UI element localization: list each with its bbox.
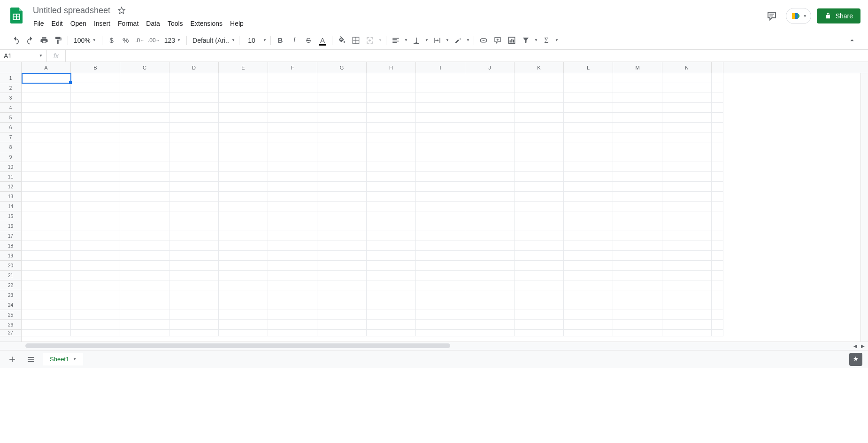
cell[interactable] xyxy=(416,271,465,280)
formula-input[interactable] xyxy=(66,50,868,62)
cell[interactable] xyxy=(71,231,120,241)
cell[interactable] xyxy=(712,192,723,202)
cell[interactable] xyxy=(662,192,712,202)
cell[interactable] xyxy=(416,73,465,83)
cell[interactable] xyxy=(662,83,712,93)
cell[interactable] xyxy=(120,123,169,132)
cell[interactable] xyxy=(564,300,613,310)
cell[interactable] xyxy=(515,231,564,241)
cell[interactable] xyxy=(416,300,465,310)
cell[interactable] xyxy=(416,192,465,202)
cell[interactable] xyxy=(515,330,564,336)
horizontal-scrollbar-thumb[interactable] xyxy=(25,343,450,348)
meet-button[interactable]: ▼ xyxy=(786,8,811,24)
cell[interactable] xyxy=(120,182,169,192)
cell[interactable] xyxy=(564,162,613,172)
cell[interactable] xyxy=(465,280,515,290)
cell[interactable] xyxy=(268,83,317,93)
cell[interactable] xyxy=(416,231,465,241)
cell[interactable] xyxy=(465,73,515,83)
cell[interactable] xyxy=(268,123,317,132)
cell[interactable] xyxy=(120,172,169,182)
cell[interactable] xyxy=(515,310,564,320)
cell[interactable] xyxy=(268,103,317,113)
cell[interactable] xyxy=(613,172,662,182)
cell[interactable] xyxy=(71,251,120,261)
cell[interactable] xyxy=(317,152,367,162)
cell[interactable] xyxy=(71,172,120,182)
cell[interactable] xyxy=(367,221,416,231)
row-header[interactable]: 13 xyxy=(0,192,21,202)
cell[interactable] xyxy=(268,310,317,320)
cell[interactable] xyxy=(219,192,268,202)
font-size-selector[interactable]: 10 xyxy=(242,35,261,46)
cell[interactable] xyxy=(662,162,712,172)
cell[interactable] xyxy=(416,221,465,231)
halign-dropdown[interactable]: ▼ xyxy=(403,34,409,47)
cell[interactable] xyxy=(465,320,515,330)
cell[interactable] xyxy=(662,271,712,280)
cell[interactable] xyxy=(169,182,219,192)
cell[interactable] xyxy=(712,300,723,310)
redo-icon[interactable] xyxy=(23,34,37,47)
cell[interactable] xyxy=(22,152,71,162)
cell[interactable] xyxy=(564,330,613,336)
cell[interactable] xyxy=(317,320,367,330)
cell[interactable] xyxy=(22,280,71,290)
cell[interactable] xyxy=(515,123,564,132)
cell[interactable] xyxy=(564,152,613,162)
share-button[interactable]: Share xyxy=(817,8,860,23)
cell[interactable] xyxy=(367,241,416,251)
menu-tools[interactable]: Tools xyxy=(164,18,186,29)
cell[interactable] xyxy=(268,172,317,182)
cell[interactable] xyxy=(465,221,515,231)
cell[interactable] xyxy=(367,261,416,271)
cell[interactable] xyxy=(169,251,219,261)
font-dropdown[interactable]: ▼ xyxy=(230,34,236,47)
cell[interactable] xyxy=(120,132,169,142)
cell[interactable] xyxy=(169,231,219,241)
cell[interactable] xyxy=(367,93,416,103)
cell[interactable] xyxy=(22,241,71,251)
row-header[interactable]: 11 xyxy=(0,172,21,182)
cell[interactable] xyxy=(367,251,416,261)
comments-icon[interactable] xyxy=(763,8,780,24)
row-header[interactable]: 27 xyxy=(0,330,21,336)
cell[interactable] xyxy=(662,290,712,300)
cell[interactable] xyxy=(120,320,169,330)
row-header[interactable]: 19 xyxy=(0,251,21,261)
cell[interactable] xyxy=(416,241,465,251)
text-rotation-button[interactable] xyxy=(451,34,464,47)
cell[interactable] xyxy=(169,261,219,271)
row-header[interactable]: 7 xyxy=(0,132,21,142)
cell[interactable] xyxy=(367,172,416,182)
cell[interactable] xyxy=(416,251,465,261)
col-header[interactable]: E xyxy=(219,62,268,73)
cell[interactable] xyxy=(22,103,71,113)
cell[interactable] xyxy=(712,211,723,221)
cell[interactable] xyxy=(613,202,662,211)
cell[interactable] xyxy=(465,300,515,310)
cell[interactable] xyxy=(613,162,662,172)
cell[interactable] xyxy=(613,123,662,132)
cell[interactable] xyxy=(169,123,219,132)
cell[interactable] xyxy=(169,132,219,142)
cell[interactable] xyxy=(515,251,564,261)
cell[interactable] xyxy=(71,241,120,251)
cell[interactable] xyxy=(317,182,367,192)
cell[interactable] xyxy=(22,320,71,330)
cell[interactable] xyxy=(268,231,317,241)
cell[interactable] xyxy=(169,103,219,113)
row-header[interactable]: 21 xyxy=(0,271,21,280)
cell[interactable] xyxy=(219,162,268,172)
cell[interactable] xyxy=(564,231,613,241)
cell[interactable] xyxy=(416,103,465,113)
cell[interactable] xyxy=(367,182,416,192)
cell[interactable] xyxy=(712,113,723,123)
cell[interactable] xyxy=(515,202,564,211)
cell[interactable] xyxy=(367,290,416,300)
cell[interactable] xyxy=(613,330,662,336)
cell[interactable] xyxy=(169,221,219,231)
cell[interactable] xyxy=(613,132,662,142)
cell[interactable] xyxy=(613,261,662,271)
